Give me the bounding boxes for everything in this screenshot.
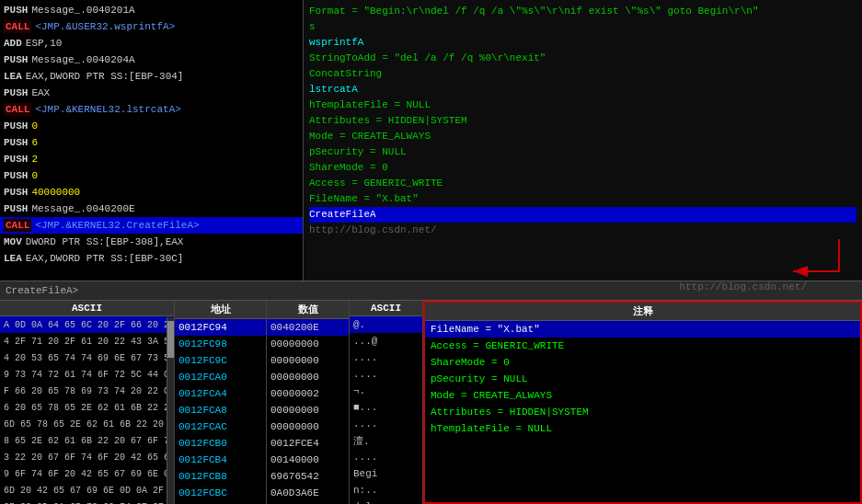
opcode-call-13: CALL [4,219,31,232]
val-row-2: 00000000 [267,352,349,369]
disasm-line-15[interactable]: LEA EAX,DWORD PTR SS:[EBP-30C] [0,250,303,267]
comment-row-0: FileName = "X.bat" [425,321,860,338]
addr-row-1: 0012FC98 [175,336,266,352]
comment-line-6: ConcatString [309,66,856,82]
disasm-line-9[interactable]: PUSH 2 [0,151,303,167]
val-row-8: 00140000 [267,452,349,468]
ascii2-row-7: 澶. [350,432,422,449]
val-row-5: 00000000 [267,402,349,418]
disasm-line-14[interactable]: MOV DWORD PTR SS:[EBP-308],EAX [0,234,303,250]
comment-line-8: hTemplateFile = NULL [309,97,856,113]
operand-1: <JMP.&USER32.wsprintfA> [35,21,175,32]
opcode-10: PUSH [4,170,28,181]
ascii2-row-8: .... [350,449,422,465]
disasm-line-8[interactable]: PUSH 6 [0,134,303,151]
opcode-0: PUSH [4,5,28,16]
ascii-row-1[interactable]: 4 2F 71 20 2F 61 20 22 43 3A 5C [0,333,174,349]
comment-line-7: lstrcatA [309,82,856,97]
addr-row-10: 0012FCBC [175,485,266,501]
ascii-row-7[interactable]: 8 65 2E 62 61 6B 22 20 67 6F 74 [0,432,174,449]
operand-5: EAX [31,87,50,98]
ascii-row-6[interactable]: 6D 65 78 65 2E 62 61 6B 22 20 67 [0,416,174,432]
watermark-inline: http://blog.csdn.net/ [309,223,856,238]
operand-15: EAX,DWORD PTR SS:[EBP-30C] [26,253,184,264]
val-row-6: 00000000 [267,418,349,435]
opcode-5: PUSH [4,87,28,98]
val-column: 数值 0040200E00000000000000000000000000000… [267,301,350,504]
addr-row-9: 0012FCB8 [175,468,266,485]
disasm-line-12[interactable]: PUSH Message_.0040200E [0,200,303,217]
comment-line-12: ShareMode = 0 [309,160,856,176]
val-header: 数值 [267,301,349,319]
comment-row-9 [425,470,860,487]
disasm-line-13[interactable]: CALL <JMP.&KERNEL32.CreateFileA> [0,217,303,234]
disasm-line-10[interactable]: PUSH 0 [0,167,303,184]
operand-11: 40000000 [31,187,80,198]
disasm-line-11[interactable]: PUSH 40000000 [0,184,303,200]
comment-line-10: Mode = CREATE_ALWAYS [309,129,856,144]
addr-row-2: 0012FC9C [175,352,266,369]
comment-line-14: FileName = "X.bat" [309,191,856,207]
comment-line-15: CreateFileA [309,207,856,223]
val-row-9: 69676542 [267,468,349,485]
val-row-4: 00000002 [267,385,349,402]
operand-3: Message_.0040204A [31,54,134,65]
comment-line-2: wsprintfA [309,35,856,51]
opcode-call-1: CALL [4,20,31,33]
addr-row-7: 0012FCB0 [175,435,266,452]
ascii-scrollbar[interactable] [167,317,174,504]
ascii-scrollbar-thumb[interactable] [167,321,174,358]
disasm-right: Format = "Begin:\r\ndel /f /q /a \"%s\"\… [304,0,862,281]
operand-6: <JMP.&KERNEL32.lstrcatA> [35,104,180,115]
comment-line-11: pSecurity = NULL [309,144,856,160]
opcode-15: LEA [4,253,22,264]
opcode-3: PUSH [4,54,28,65]
ascii2-row-2: .... [350,349,422,366]
opcode-8: PUSH [4,137,28,148]
ascii-column[interactable]: ASCII A 0D 0A 64 65 6C 20 2F 66 20 2F4 2… [0,301,175,504]
comment-line-0: Format = "Begin:\r\ndel /f /q /a \"%s\"\… [309,4,856,19]
disasm-line-0[interactable]: PUSH Message_.0040201A [0,2,303,18]
addr-row-5: 0012FCA8 [175,402,266,418]
comment-row-6: hTemplateFile = NULL [425,420,860,437]
ascii-row-4[interactable]: F 66 20 65 78 69 73 74 20 22 C0 [0,383,174,399]
disasm-line-6[interactable]: CALL <JMP.&KERNEL32.lstrcatA> [0,101,303,118]
disasm-line-7[interactable]: PUSH 0 [0,118,303,134]
comment-row-2: ShareMode = 0 [425,354,860,371]
comment-column: 注释 FileName = "X.bat"Access = GENERIC_WR… [423,301,862,504]
comment-row-5: Attributes = HIDDEN|SYSTEM [425,404,860,420]
ascii-row-10[interactable]: 6D 20 42 65 67 69 6E 0D 0A 2F 66 [0,482,174,498]
ascii2-header: ASCII [350,301,422,316]
operand-9: 2 [31,154,38,165]
comment-line-4: StringToAdd = "del /a /f /q %0\r\nexit" [309,51,856,66]
ascii2-row-0: @. [350,316,422,333]
val-row-7: 0012FCE4 [267,435,349,452]
addr-row-3: 0012FCA0 [175,369,266,385]
disasm-left[interactable]: PUSH Message_.0040201ACALL <JMP.&USER32.… [0,0,304,281]
ascii-row-8[interactable]: 3 22 20 67 6F 74 6F 20 42 65 67 [0,449,174,465]
opcode-12: PUSH [4,203,28,214]
comment-line-1: s [309,19,856,35]
disasm-line-5[interactable]: PUSH EAX [0,85,303,101]
disasm-line-2[interactable]: ADD ESP,10 [0,35,303,52]
addr-row-8: 0012FCB4 [175,452,266,468]
ascii-row-9[interactable]: 9 6F 74 6F 20 42 65 67 69 6E 0D [0,465,174,482]
separator-text: CreateFileA> [6,285,78,296]
ascii-row-2[interactable]: 4 20 53 65 74 74 69 6E 67 73 5C [0,349,174,366]
comment-row-10 [425,487,860,503]
ascii2-rows: @....@........¬.■.......澶.....Begin:..de… [350,316,422,504]
disasm-line-1[interactable]: CALL <JMP.&USER32.wsprintfA> [0,18,303,35]
comment-row-4: Mode = CREATE_ALWAYS [425,387,860,404]
disasm-line-4[interactable]: LEA EAX,DWORD PTR SS:[EBP-304] [0,68,303,85]
opcode-4: LEA [4,71,22,82]
ascii-row-0[interactable]: A 0D 0A 64 65 6C 20 2F 66 20 2F [0,316,174,333]
operand-13: <JMP.&KERNEL32.CreateFileA> [35,220,199,231]
disasm-line-3[interactable]: PUSH Message_.0040204A [0,52,303,68]
comment-row-7 [425,437,860,453]
operand-4: EAX,DWORD PTR SS:[EBP-304] [26,71,184,82]
comment-row-8 [425,453,860,470]
ascii-row-3[interactable]: 9 73 74 72 61 74 6F 72 5C 44 C0 [0,366,174,383]
addr-column: 地址 0012FC940012FC980012FC9C0012FCA00012F… [175,301,267,504]
ascii-row-5[interactable]: 6 20 65 78 65 2E 62 61 6B 22 2E [0,399,174,416]
ascii2-row-9: Begi [350,465,422,482]
